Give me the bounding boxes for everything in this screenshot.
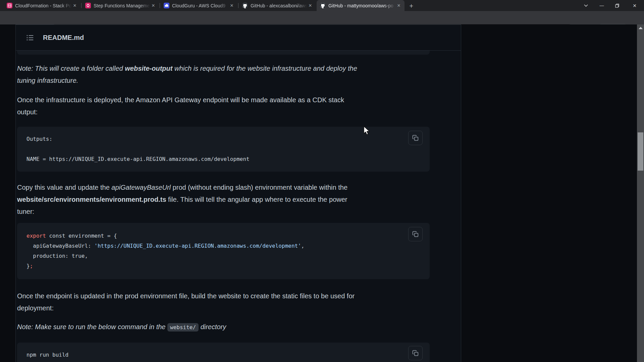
partial-code-block — [17, 51, 430, 55]
window-close-button[interactable]: ✕ — [625, 0, 644, 11]
cloudformation-icon — [7, 3, 12, 8]
readme-header: README.md — [16, 25, 461, 51]
code-line — [26, 144, 420, 154]
close-icon[interactable]: ✕ — [72, 3, 78, 9]
chevron-down-icon — [584, 4, 588, 7]
copy-icon — [412, 135, 419, 141]
code-line: NAME = https://UNIQUE_ID.execute-api.REG… — [26, 154, 420, 164]
restore-icon — [615, 4, 619, 8]
tab-cloudformation[interactable]: CloudFormation - Stack PowerTu ✕ — [3, 0, 80, 11]
code-line: export const environment = { — [26, 231, 420, 241]
code-line: }; — [26, 261, 420, 271]
close-icon[interactable]: ✕ — [307, 3, 313, 9]
tab-separator — [81, 3, 82, 8]
paragraph-build-website: Once the endpoint is updated in the prod… — [17, 290, 430, 314]
tab-title: CloudGuru - AWS Cloud9 — [172, 3, 229, 8]
close-icon[interactable]: ✕ — [150, 3, 156, 9]
scrollbar-thumb[interactable] — [638, 132, 643, 171]
code-block-environment: export const environment = { apiGatewayB… — [17, 223, 430, 279]
tab-github-alexcasalboni[interactable]: GitHub - alexcasalboni/aws-lamb ✕ — [239, 0, 316, 11]
copy-button[interactable] — [408, 346, 423, 360]
browser-toolbar: github.com/mattymoomoo/aws-power-tuner-u… — [0, 11, 644, 24]
github-page: README.md Note: This will create a folde… — [0, 24, 644, 362]
code-block-npm-build: npm run build — [17, 343, 430, 362]
paragraph-infrastructure-deployed: Once the infrastructure is deployed, the… — [17, 94, 430, 118]
tab-step-functions[interactable]: Step Functions Management Co ✕ — [82, 0, 159, 11]
github-icon — [242, 3, 248, 8]
inline-code-chip: website/ — [167, 323, 199, 331]
tab-cloudguru[interactable]: CloudGuru - AWS Cloud9 ✕ — [160, 0, 237, 11]
new-tab-button[interactable]: ＋ — [407, 1, 416, 10]
tab-title: GitHub - mattymoomoo/aws-po — [328, 3, 396, 8]
copy-button[interactable] — [408, 227, 423, 241]
code-line: npm run build — [26, 350, 420, 360]
copy-icon — [412, 350, 419, 356]
readme-title: README.md — [43, 34, 84, 42]
copy-icon — [412, 231, 419, 237]
code-line: apiGatewayBaseUrl: 'https://UNIQUE_ID.ex… — [26, 241, 420, 251]
code-block-outputs: Outputs: NAME = https://UNIQUE_ID.execut… — [17, 127, 430, 172]
scroll-up-arrow-icon[interactable] — [639, 27, 643, 29]
close-icon[interactable]: ✕ — [229, 3, 235, 9]
tab-title: Step Functions Management Co — [94, 3, 150, 8]
step-functions-icon — [85, 3, 91, 8]
code-line: production: true, — [26, 251, 420, 261]
paragraph-note-website-dir: Note: Make sure to run the below command… — [17, 321, 430, 333]
tab-search-button[interactable] — [579, 0, 593, 11]
close-icon[interactable]: ✕ — [396, 3, 402, 9]
paragraph-note-output-folder: Note: This will create a folder called w… — [17, 62, 430, 86]
tab-separator — [160, 3, 160, 8]
tab-strip: CloudFormation - Stack PowerTu ✕ Step Fu… — [0, 0, 644, 11]
cloud9-icon — [164, 3, 169, 8]
github-icon — [320, 3, 326, 8]
list-unordered-icon[interactable] — [26, 35, 34, 41]
copy-button[interactable] — [408, 131, 423, 145]
scrollbar-track[interactable] — [637, 24, 644, 362]
paragraph-copy-value: Copy this value and update the apiGatewa… — [17, 181, 430, 218]
restore-button[interactable] — [610, 0, 625, 11]
tab-title: GitHub - alexcasalboni/aws-lamb — [251, 3, 307, 8]
tab-title: CloudFormation - Stack PowerTu — [15, 3, 72, 8]
tab-separator — [238, 3, 238, 8]
tab-github-mattymoomoo-active[interactable]: GitHub - mattymoomoo/aws-po ✕ — [317, 0, 405, 11]
code-line: Outputs: — [26, 134, 420, 144]
minimize-button[interactable]: — — [594, 0, 609, 11]
